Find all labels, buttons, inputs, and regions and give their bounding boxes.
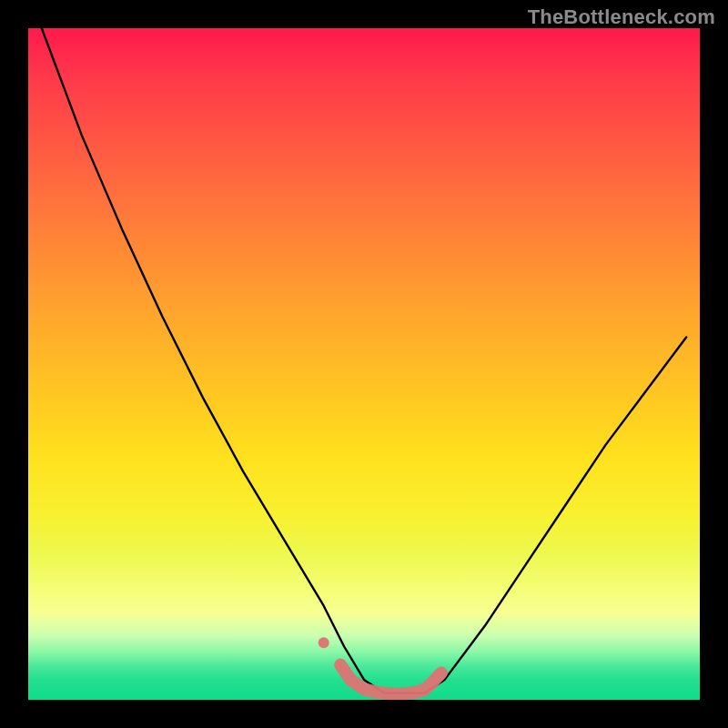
chart-plot-area [28, 28, 700, 700]
chart-frame: TheBottleneck.com [0, 0, 728, 728]
bottleneck-curve [42, 28, 686, 693]
chart-svg-canvas [28, 28, 700, 700]
highlight-dot [318, 637, 329, 648]
highlight-segment [340, 665, 441, 694]
watermark-label: TheBottleneck.com [528, 5, 715, 29]
